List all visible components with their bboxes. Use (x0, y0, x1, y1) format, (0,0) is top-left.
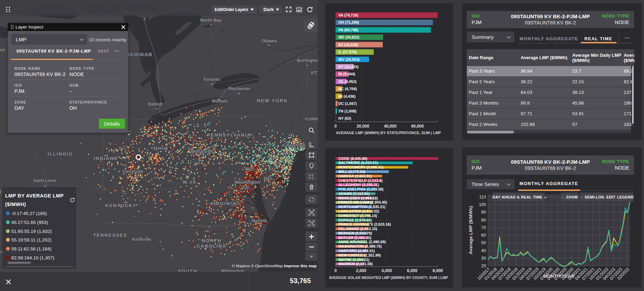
svg-text:ADAMS (3,112.81): ADAMS (3,112.81) (338, 192, 370, 196)
svg-text:30: 30 (481, 256, 486, 261)
svg-text:Burlington: Burlington (297, 58, 318, 63)
svg-text:CORNING: CORNING (306, 117, 318, 121)
svg-text:PRINCE GEORGE'S (2,633.16): PRINCE GEORGE'S (2,633.16) (338, 222, 391, 226)
svg-text:New York: New York (286, 143, 305, 148)
svg-text:OH (71,299): OH (71,299) (338, 20, 359, 24)
svg-text:IN (9,444): IN (9,444) (338, 72, 355, 76)
svg-text:KENTUCKY: KENTUCKY (105, 203, 136, 208)
svg-text:Buffalo: Buffalo (212, 98, 228, 104)
svg-text:NEW YORK: NEW YORK (257, 98, 288, 103)
svg-text:20,000: 20,000 (357, 124, 369, 129)
svg-text:NJ (34,536): NJ (34,536) (338, 43, 358, 47)
svg-text:Rochester: Rochester (228, 86, 250, 91)
svg-text:FAIRFAX (3,651.91): FAIRFAX (3,651.91) (338, 174, 372, 178)
svg-text:VIRGINIA: VIRGINIA (210, 201, 236, 206)
svg-text:BALTIMORE (6,033.51): BALTIMORE (6,033.51) (338, 161, 378, 165)
svg-text:VA (74,716): VA (74,716) (338, 13, 358, 17)
svg-text:90: 90 (481, 210, 486, 215)
svg-text:DELAWARE (2,553.15): DELAWARE (2,553.15) (338, 227, 377, 231)
svg-text:0: 0 (335, 268, 337, 273)
svg-text:WAYNE (2,264.21): WAYNE (2,264.21) (338, 258, 370, 262)
svg-text:20: 20 (481, 263, 486, 268)
svg-text:Ottawa: Ottawa (262, 38, 277, 43)
svg-text:N.J.: N.J. (283, 151, 292, 156)
svg-text:MD (34,822): MD (34,822) (338, 35, 359, 39)
svg-text:NY (62): NY (62) (338, 116, 351, 120)
svg-text:ool: ool (0, 47, 5, 52)
svg-text:MI (4,436): MI (4,436) (338, 94, 355, 98)
svg-text:CAROLINA: CAROLINA (196, 244, 226, 249)
svg-text:WILL (4,173.54): WILL (4,173.54) (338, 170, 365, 174)
svg-text:110: 110 (479, 195, 486, 200)
svg-text:Pittsburgh: Pittsburgh (192, 149, 213, 154)
svg-text:VT.: VT. (310, 70, 318, 75)
svg-text:Knoxville: Knoxville (132, 237, 151, 242)
svg-text:Washington: Washington (235, 180, 260, 185)
svg-text:6,000: 6,000 (407, 268, 417, 273)
svg-text:AVERAGE LMP ($/MWH) BY STATE/P: AVERAGE LMP ($/MWH) BY STATE/PROVINCE, S… (336, 131, 441, 135)
svg-text:TENNESSEE: TENNESSEE (93, 233, 127, 238)
svg-text:PA (69,798): PA (69,798) (338, 28, 358, 32)
svg-text:0: 0 (335, 124, 337, 129)
svg-text:North Bay: North Bay (200, 18, 222, 23)
svg-text:Toronto: Toronto (203, 77, 220, 82)
svg-text:2,000: 2,000 (356, 268, 366, 273)
svg-text:Detroit: Detroit (148, 101, 163, 107)
svg-text:DE (8,052): DE (8,052) (338, 79, 357, 84)
svg-text:50: 50 (481, 240, 486, 245)
svg-text:60: 60 (481, 233, 486, 238)
svg-text:100: 100 (479, 202, 486, 207)
svg-text:80: 80 (481, 218, 486, 223)
svg-text:IL (27,978): IL (27,978) (338, 50, 357, 54)
svg-text:Average LMP ($/MWh): Average LMP ($/MWh) (468, 206, 473, 254)
svg-text:PENNSYLVANIA: PENNSYLVANIA (207, 132, 251, 138)
svg-text:KY (13,333): KY (13,333) (338, 65, 359, 69)
svg-text:Norfolk: Norfolk (252, 218, 267, 223)
svg-text:DUPAGE (2,676.53): DUPAGE (2,676.53) (338, 218, 372, 222)
svg-text:NC (4,704): NC (4,704) (338, 87, 357, 91)
svg-text:WASHINGTON (2,489.75): WASHINGTON (2,489.75) (338, 244, 382, 248)
svg-text:4,000: 4,000 (382, 268, 392, 273)
svg-text:COOK (8,045.86): COOK (8,045.86) (338, 157, 368, 161)
svg-text:ALLEGHENY (3,255.21): ALLEGHENY (3,255.21) (338, 183, 379, 187)
svg-text:INDIANA: INDIANA (94, 156, 118, 161)
svg-text:ANNE ARUNDEL (2,490.69): ANNE ARUNDEL (2,490.69) (338, 240, 386, 244)
svg-text:AVERAGE SOLAR WEIGHTED LMP ($/: AVERAGE SOLAR WEIGHTED LMP ($/MWH) BY CO… (329, 276, 448, 280)
svg-text:NEW CASTLE (2,351.99): NEW CASTLE (2,351.99) (338, 253, 381, 257)
svg-text:70: 70 (481, 225, 486, 230)
svg-text:OHIO: OHIO (154, 146, 169, 151)
svg-text:PRINCE WILLIAM (2,904.45): PRINCE WILLIAM (2,904.45) (338, 200, 387, 204)
svg-text:D.C.: D.C. (241, 185, 250, 190)
svg-text:W.VA.: W.VA. (183, 180, 199, 185)
svg-text:MONTH/YEAR: MONTH/YEAR (543, 273, 575, 279)
svg-text:TN (1,008): TN (1,008) (338, 109, 357, 113)
svg-text:SOMERSET (2,745.14): SOMERSET (2,745.14) (338, 214, 377, 218)
svg-text:MD.: MD. (246, 167, 254, 172)
svg-text:DEL.: DEL. (264, 176, 274, 181)
svg-text:BERGEN (2,510.78): BERGEN (2,510.78) (338, 231, 372, 235)
svg-text:DC (1,567): DC (1,567) (338, 101, 357, 106)
svg-text:MONTGOMERY (5,686.31): MONTGOMERY (5,686.31) (338, 165, 384, 169)
svg-text:BUTLER (2,491.35): BUTLER (2,491.35) (338, 236, 371, 240)
svg-text:LANCASTER (2,814.02): LANCASTER (2,814.02) (338, 209, 379, 213)
svg-text:NORTHAMPTON (2,835.21): NORTHAMPTON (2,835.21) (338, 205, 386, 209)
svg-text:Cincinnati: Cincinnati (123, 169, 143, 174)
svg-text:MIDDLESEX (2,965.18): MIDDLESEX (2,965.18) (338, 196, 378, 200)
svg-text:Saint Louis: Saint Louis (33, 178, 56, 183)
svg-text:60,000: 60,000 (411, 124, 424, 129)
svg-text:40,000: 40,000 (384, 124, 397, 129)
svg-text:WV (24,554): WV (24,554) (338, 57, 360, 62)
svg-text:NORTH: NORTH (202, 238, 222, 243)
svg-text:40: 40 (481, 248, 486, 253)
svg-text:WARREN (2,191.08): WARREN (2,191.08) (338, 262, 373, 266)
svg-text:8,000: 8,000 (432, 268, 443, 273)
svg-text:HARFORD (2,469.01): HARFORD (2,469.01) (338, 249, 375, 253)
svg-text:ILLINOIS: ILLINOIS (48, 151, 73, 157)
svg-text:CHESTERFIELD (3,533.8): CHESTERFIELD (3,533.8) (338, 179, 383, 183)
svg-text:PHILADELPHIA (3,203.58): PHILADELPHIA (3,203.58) (338, 187, 384, 191)
